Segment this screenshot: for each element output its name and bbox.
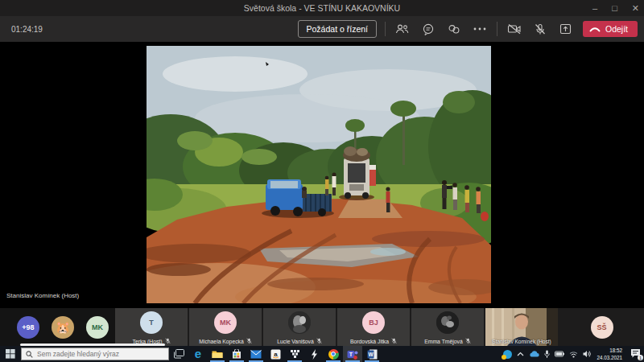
pixel-heart-app-icon[interactable]	[285, 346, 304, 362]
avatar-photo	[436, 311, 459, 334]
edge-icon[interactable]: e	[188, 346, 208, 362]
svg-text:W: W	[368, 352, 374, 357]
teams-meeting-window: Světová škola - VE STÍNU KAKAOVNÍKU – □ …	[0, 0, 644, 362]
tray-microphone-icon[interactable]	[544, 350, 550, 359]
avatar-photo	[288, 311, 311, 334]
microsoft-store-icon[interactable]	[227, 346, 246, 362]
volume-icon[interactable]	[583, 350, 592, 358]
ss-avatar[interactable]: SŠ	[591, 316, 613, 339]
share-tray-icon[interactable]	[557, 20, 575, 38]
file-explorer-icon[interactable]	[208, 346, 227, 362]
task-view-icon[interactable]	[169, 346, 188, 362]
shared-photo	[147, 46, 491, 303]
more-options-icon[interactable]	[471, 20, 489, 38]
chat-icon[interactable]	[419, 20, 437, 38]
notification-count-badge: 1	[638, 355, 643, 360]
maximize-button[interactable]: □	[612, 0, 617, 16]
muted-mic-icon	[316, 338, 322, 344]
onedrive-icon[interactable]	[529, 351, 539, 357]
participant-tile-bordovska[interactable]: BJ Bordovská Jitka	[337, 308, 410, 346]
avatar: BJ	[362, 311, 385, 334]
close-button[interactable]: ✕	[632, 0, 639, 16]
meeting-control-bar: 01:24:19 Požádat o řízení	[0, 16, 644, 42]
participant-tile-lucie[interactable]: Lucie Vanišová	[263, 308, 336, 346]
meeting-timer: 01:24:19	[11, 25, 43, 34]
participants-icon[interactable]	[394, 20, 411, 38]
request-control-button[interactable]: Požádat o řízení	[298, 20, 377, 38]
word-icon[interactable]: W	[362, 346, 382, 362]
camera-off-icon[interactable]	[506, 20, 523, 38]
muted-mic-icon	[246, 338, 252, 344]
muted-mic-icon	[391, 338, 397, 344]
tray-time: 18:52	[597, 347, 622, 354]
tray-app-alert-icon[interactable]	[503, 350, 512, 359]
mk-avatar[interactable]: MK	[86, 316, 109, 339]
chrome-icon[interactable]	[324, 346, 343, 362]
participant-name: Bordovská Jitka	[350, 339, 389, 344]
battery-icon[interactable]	[555, 351, 564, 357]
avatar: MK	[214, 311, 237, 334]
svg-text:a: a	[274, 350, 278, 357]
presenter-name-label: Stanislav Komínek (Host)	[6, 292, 79, 299]
minimize-button[interactable]: –	[592, 0, 597, 16]
svg-text:T: T	[349, 352, 353, 357]
window-title: Světová škola - VE STÍNU KAKAOVNÍKU	[244, 3, 400, 13]
participant-video-tile-stanislav[interactable]: Stanislav Komínek (Host)	[485, 308, 558, 346]
teams-icon[interactable]: T	[343, 346, 362, 362]
taskbar-search-box[interactable]	[21, 348, 169, 360]
divider	[385, 22, 386, 36]
mail-icon[interactable]	[246, 346, 266, 362]
filmstrip-overflow-area: +98 🐹 MK	[0, 308, 115, 346]
participant-name: Stanislav Komínek (Host)	[485, 339, 558, 344]
rooms-icon[interactable]	[445, 20, 463, 38]
participant-name: Lucie Vanišová	[277, 339, 314, 344]
filmstrip-right-area: SŠ	[559, 308, 644, 346]
participant-name: Michaela Kopecká	[199, 339, 244, 344]
network-icon[interactable]	[569, 351, 578, 358]
muted-mic-icon	[165, 338, 171, 344]
show-hidden-icons-chevron[interactable]	[517, 352, 524, 356]
presentation-stage: Stanislav Komínek (Host)	[0, 42, 644, 308]
leave-button[interactable]: Odejít	[583, 21, 638, 37]
muted-mic-icon	[465, 338, 471, 344]
leave-label: Odejít	[605, 24, 628, 34]
windows-taskbar: e a T	[0, 346, 644, 362]
participant-tile-emma[interactable]: Emma Tmějová	[411, 308, 484, 346]
participant-filmstrip: +98 🐹 MK T Terka (Host) MK Michaela Kope…	[0, 308, 644, 346]
search-input[interactable]	[37, 350, 158, 358]
action-center-icon[interactable]: 1	[630, 347, 641, 361]
lightning-app-icon[interactable]	[304, 346, 324, 362]
overflow-count-badge[interactable]: +98	[17, 316, 39, 339]
amazon-icon[interactable]: a	[266, 346, 285, 362]
start-button[interactable]	[0, 346, 21, 362]
system-tray: 18:52 24.03.2021 1	[503, 346, 641, 362]
tray-clock[interactable]: 18:52 24.03.2021	[597, 347, 622, 361]
emoji-avatar[interactable]: 🐹	[52, 316, 74, 339]
avatar: T	[140, 311, 163, 334]
participant-name: Emma Tmějová	[424, 339, 462, 344]
divider	[497, 22, 497, 36]
search-icon	[26, 351, 33, 358]
participant-tile-michaela[interactable]: MK Michaela Kopecká	[189, 308, 262, 346]
tray-date: 24.03.2021	[597, 354, 622, 361]
hangup-icon	[589, 27, 601, 32]
title-bar: Světová škola - VE STÍNU KAKAOVNÍKU – □ …	[0, 0, 644, 16]
mic-off-icon[interactable]	[531, 20, 549, 38]
participant-tile-terka[interactable]: T Terka (Host)	[115, 308, 188, 346]
